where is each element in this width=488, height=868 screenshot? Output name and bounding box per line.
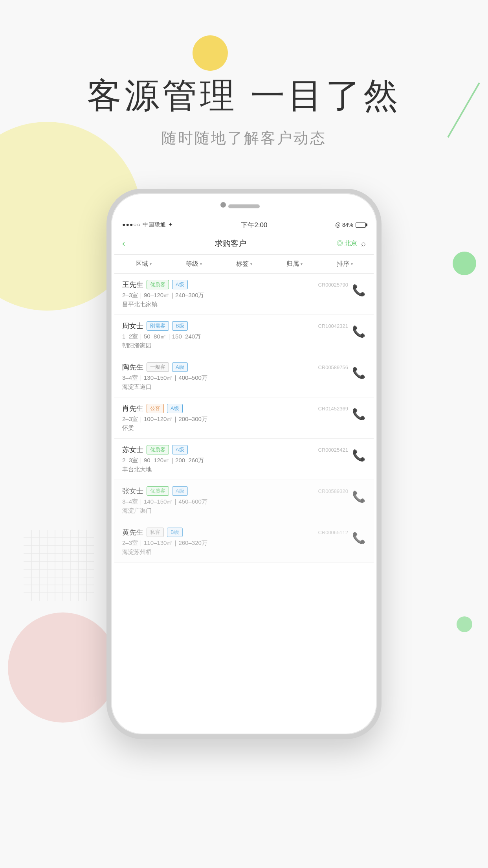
customer-item[interactable]: 张女士 优质客A级 CR00589320 3–4室｜140–150㎡｜450–6… [114, 480, 374, 521]
customer-id: CR00025421 [318, 447, 348, 453]
customer-tag: 优质客 [147, 486, 169, 496]
customer-detail: 2–3室｜90–120㎡｜240–300万 [122, 292, 348, 299]
customer-id: CR00025790 [318, 282, 348, 288]
customer-actions: 📞 [348, 486, 366, 503]
customer-location: 海淀苏州桥 [122, 548, 348, 556]
customer-actions: 📞 [348, 280, 366, 297]
filter-area[interactable]: 区域 ▾ [136, 260, 152, 268]
customer-tag: 优质客 [147, 280, 169, 289]
nav-right-actions: ◎ 北京 ⌕ [337, 239, 366, 248]
search-icon[interactable]: ⌕ [361, 239, 366, 248]
status-battery: @ 84% [335, 222, 366, 228]
customer-actions: 📞 [348, 404, 366, 421]
customer-tag: 优质客 [147, 445, 169, 454]
bg-decoration-yellow-dot [193, 35, 228, 71]
call-icon[interactable]: 📞 [352, 490, 366, 503]
customer-item[interactable]: 苏女士 优质客A级 CR00025421 2–3室｜90–120㎡｜200–26… [114, 439, 374, 480]
hero-section: 客源管理 一目了然 随时随地了解客户动态 [0, 75, 488, 148]
customer-tag: 刚需客 [147, 321, 169, 331]
customer-tag: 公客 [147, 404, 164, 413]
bg-decoration-lines [24, 530, 94, 601]
filter-sort-arrow: ▾ [351, 262, 353, 266]
status-carrier: ●●●○○ 中国联通 ✦ [122, 221, 173, 228]
customer-id: CR10042321 [318, 323, 348, 329]
customer-location: 昌平北七家镇 [122, 301, 348, 308]
customer-name: 苏女士 [122, 445, 143, 454]
customer-item[interactable]: 肖先生 公客A级 CR01452369 2–3室｜100–120㎡｜200–30… [114, 397, 374, 439]
battery-icon [356, 223, 366, 228]
bg-decoration-green-circle-bottom [457, 616, 472, 632]
customer-name-row: 苏女士 优质客A级 CR00025421 [122, 445, 348, 454]
customer-location: 海淀广渠门 [122, 507, 348, 515]
call-icon[interactable]: 📞 [352, 449, 366, 462]
customer-name: 王先生 [122, 280, 143, 289]
customer-tag: 私客 [147, 528, 164, 537]
customer-tag: B级 [167, 528, 183, 537]
customer-name-row: 肖先生 公客A级 CR01452369 [122, 404, 348, 413]
customer-tag: A级 [172, 486, 188, 496]
filter-tag[interactable]: 标签 ▾ [236, 260, 252, 268]
filter-level-arrow: ▾ [200, 262, 202, 266]
customer-actions: 📞 [348, 445, 366, 462]
status-bar: ●●●○○ 中国联通 ✦ 下午2:00 @ 84% [114, 217, 374, 233]
filter-ownership-arrow: ▾ [301, 262, 303, 266]
customer-detail: 2–3室｜110–130㎡｜260–320万 [122, 539, 348, 547]
customer-tag: A级 [167, 404, 183, 413]
status-time: 下午2:00 [241, 221, 267, 230]
customer-info: 周女士 刚需客B级 CR10042321 1–2室｜50–80㎡｜150–240… [122, 321, 348, 349]
phone-mockup: ●●●○○ 中国联通 ✦ 下午2:00 @ 84% ‹ 求购客户 ◎ 北京 ⌕ [106, 189, 382, 747]
call-icon[interactable]: 📞 [352, 531, 366, 544]
customer-id: CR00589320 [318, 488, 348, 494]
customer-tag: A级 [172, 445, 188, 454]
phone-camera [220, 202, 226, 208]
filter-sort[interactable]: 排序 ▾ [337, 260, 353, 268]
customer-name-row: 周女士 刚需客B级 CR10042321 [122, 321, 348, 331]
customer-detail: 2–3室｜90–120㎡｜200–260万 [122, 457, 348, 464]
customer-name: 肖先生 [122, 404, 143, 413]
call-icon[interactable]: 📞 [352, 325, 366, 338]
filter-ownership-label: 归属 [286, 260, 299, 268]
phone-body: ●●●○○ 中国联通 ✦ 下午2:00 @ 84% ‹ 求购客户 ◎ 北京 ⌕ [106, 189, 382, 739]
customer-item[interactable]: 黄先生 私客B级 CR00065112 2–3室｜110–130㎡｜260–32… [114, 521, 374, 563]
customer-name-row: 陶先生 一般客A级 CR00589756 [122, 362, 348, 372]
customer-actions: 📞 [348, 321, 366, 338]
customer-tag: A级 [172, 362, 188, 372]
customer-list: 王先生 优质客A级 CR00025790 2–3室｜90–120㎡｜240–30… [114, 274, 374, 563]
nav-title: 求购客户 [215, 238, 246, 249]
customer-info: 肖先生 公客A级 CR01452369 2–3室｜100–120㎡｜200–30… [122, 404, 348, 432]
filter-tag-arrow: ▾ [250, 262, 252, 266]
location-label[interactable]: ◎ 北京 [337, 239, 357, 248]
phone-speaker [228, 204, 260, 208]
customer-id: CR00065112 [318, 530, 348, 535]
customer-id: CR00589756 [318, 364, 348, 370]
hero-subtitle: 随时随地了解客户动态 [0, 128, 488, 148]
customer-info: 王先生 优质客A级 CR00025790 2–3室｜90–120㎡｜240–30… [122, 280, 348, 308]
filter-sort-label: 排序 [337, 260, 349, 268]
call-icon[interactable]: 📞 [352, 284, 366, 297]
customer-actions: 📞 [348, 528, 366, 544]
customer-item[interactable]: 陶先生 一般客A级 CR00589756 3–4室｜130–150㎡｜400–5… [114, 356, 374, 397]
filter-level-label: 等级 [186, 260, 198, 268]
hero-title: 客源管理 一目了然 [0, 75, 488, 116]
customer-tag: 一般客 [147, 362, 169, 372]
customer-actions: 📞 [348, 362, 366, 379]
customer-name: 张女士 [122, 486, 143, 496]
customer-info: 苏女士 优质客A级 CR00025421 2–3室｜90–120㎡｜200–26… [122, 445, 348, 473]
customer-name-row: 黄先生 私客B级 CR00065112 [122, 528, 348, 537]
filter-level[interactable]: 等级 ▾ [186, 260, 202, 268]
customer-tag: A级 [172, 280, 188, 289]
filter-bar: 区域 ▾ 等级 ▾ 标签 ▾ 归属 ▾ 排序 ▾ [114, 255, 374, 274]
customer-name: 黄先生 [122, 528, 143, 537]
customer-item[interactable]: 周女士 刚需客B级 CR10042321 1–2室｜50–80㎡｜150–240… [114, 315, 374, 356]
customer-detail: 1–2室｜50–80㎡｜150–240万 [122, 333, 348, 340]
filter-tag-label: 标签 [236, 260, 249, 268]
customer-info: 陶先生 一般客A级 CR00589756 3–4室｜130–150㎡｜400–5… [122, 362, 348, 391]
back-button[interactable]: ‹ [122, 239, 125, 249]
customer-detail: 2–3室｜100–120㎡｜200–300万 [122, 416, 348, 423]
customer-info: 张女士 优质客A级 CR00589320 3–4室｜140–150㎡｜450–6… [122, 486, 348, 515]
filter-ownership[interactable]: 归属 ▾ [286, 260, 303, 268]
call-icon[interactable]: 📞 [352, 366, 366, 379]
call-icon[interactable]: 📞 [352, 408, 366, 421]
customer-item[interactable]: 王先生 优质客A级 CR00025790 2–3室｜90–120㎡｜240–30… [114, 274, 374, 315]
customer-location: 怀柔 [122, 425, 348, 432]
